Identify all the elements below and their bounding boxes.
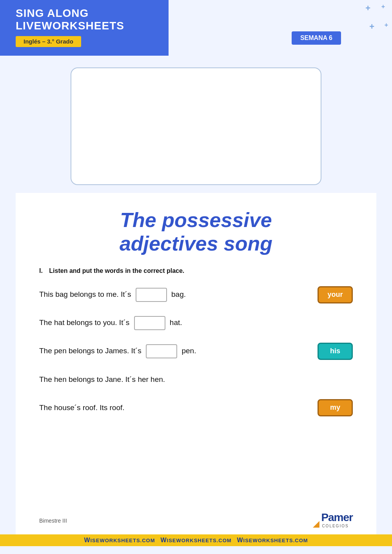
fill-box-3[interactable] (146, 344, 177, 358)
chip-placeholder-4 (318, 371, 353, 388)
instruction-number: I. (39, 267, 43, 274)
sentence-text-3: The pen belongs to James. It´s pen. (39, 344, 318, 358)
bimestre-text: Bimestre III (39, 518, 67, 524)
header-title-1: SING ALONG (16, 7, 157, 20)
footer-bar: Bimestre III ◢ Pamer COLEGIOS (16, 507, 376, 534)
chip-placeholder-2 (318, 314, 353, 332)
pamer-logo-text: Pamer (321, 511, 353, 524)
sentence-text-2: The hat belongs to you. It´s hat. (39, 316, 318, 330)
sentence-row-2: The hat belongs to you. It´s hat. (39, 314, 353, 332)
worksheet-title: The possessive adjectives song (39, 201, 353, 256)
title-line2: adjectives song (120, 232, 272, 255)
word-chip-5[interactable]: my (318, 399, 353, 416)
sentence-row-3: The pen belongs to James. It´s pen. his (39, 343, 353, 360)
sentence-text-1: This bag belongs to me. It´s bag. (39, 288, 318, 302)
plus-decor-7: + (381, 3, 385, 10)
fill-box-2[interactable] (134, 316, 165, 330)
plus-decor-9: + (385, 22, 388, 29)
semana-badge: SEMANA 6 (292, 31, 341, 45)
watermark-w-2: W (160, 537, 167, 543)
word-chip-1[interactable]: your (318, 286, 353, 303)
header: SING ALONG LIVEWORKSHEETS Inglés – 3.° G… (0, 0, 169, 56)
plus-decor-6: + (365, 3, 370, 13)
subtitle-text: Inglés – 3.° Grado (24, 38, 73, 45)
sentence-row-5: The house´s roof. Its roof. my (39, 399, 353, 416)
video-container (71, 67, 321, 185)
watermark-w-1: W (84, 537, 90, 543)
plus-decor-8: + (369, 22, 374, 32)
watermark-bar: WISEWORKSHEETS.COM WISEWORKSHEETS.COM WI… (0, 534, 392, 546)
instruction: I. Listen and put the words in the corre… (39, 267, 353, 274)
word-chip-3[interactable]: his (318, 343, 353, 360)
watermark-w-3: W (237, 537, 243, 543)
main-content: The possessive adjectives song I. Listen… (16, 193, 376, 507)
pamer-logo: ◢ Pamer COLEGIOS (313, 511, 353, 530)
title-line1: The possessive (120, 209, 272, 231)
sentence-text-4: The hen belongs to Jane. It´s her hen. (39, 375, 318, 384)
sentence-row-4: The hen belongs to Jane. It´s her hen. (39, 371, 353, 388)
pamer-sub-text: COLEGIOS (322, 524, 353, 528)
subtitle-bar: Inglés – 3.° Grado (16, 36, 81, 47)
instruction-text: Listen and put the words in the correct … (49, 267, 184, 274)
pamer-bird-icon: ◢ (313, 519, 319, 529)
sentence-row-1: This bag belongs to me. It´s bag. your (39, 286, 353, 303)
fill-box-1[interactable] (136, 288, 167, 302)
header-title-2: LIVEWORKSHEETS (16, 20, 157, 32)
sentence-text-5: The house´s roof. Its roof. (39, 403, 318, 412)
